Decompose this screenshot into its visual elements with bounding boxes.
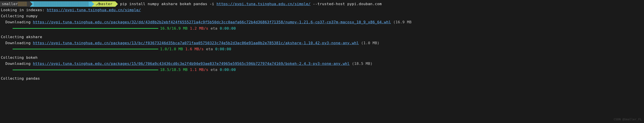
shell-prompt: smaller░░░░ ░░░░░░░░░░░░░░░░░░░░░░░░ ⎇ m… bbox=[0, 1, 644, 7]
index-url-link[interactable]: https://pypi.tuna.tsinghua.edu.cn/simple… bbox=[216, 2, 310, 6]
git-branch-icon: ⎇ bbox=[96, 1, 98, 7]
numpy-size: (16.9 MB bbox=[391, 20, 412, 24]
segment-arrow-icon bbox=[92, 1, 94, 7]
progress-eta: 0:00:00 bbox=[220, 25, 236, 32]
progress-speed: 1.6 MB/s bbox=[186, 46, 204, 52]
progress-eta-label: eta bbox=[210, 25, 218, 32]
progress-eta: 0:00:00 bbox=[215, 46, 232, 52]
watermark: CSDN @Smaller_FL bbox=[614, 117, 642, 122]
progress-eta-label: eta bbox=[206, 46, 213, 52]
progress-speed: 1.2 MB/s bbox=[190, 25, 208, 32]
output-line-download-bokeh: Downloading https://pypi.tuna.tsinghua.e… bbox=[0, 60, 644, 67]
progress-eta: 0:00:00 bbox=[220, 67, 236, 73]
output-line-collect-pandas: Collecting pandas bbox=[0, 76, 644, 82]
command-text: pip install numpy akshare bokeh pandas -… bbox=[120, 2, 216, 6]
prompt-path-segment: ░░░░░░░░░░░░░░░░░░░░░░░░ bbox=[30, 1, 92, 7]
bokeh-url-link[interactable]: https://pypi.tuna.tsinghua.edu.cn/packag… bbox=[33, 62, 350, 66]
prompt-branch-segment: ⎇ master bbox=[92, 1, 115, 7]
output-line-collect-bokeh: Collecting bokeh bbox=[0, 54, 644, 60]
progress-row-numpy: 16.9/16.9 MB 1.2 MB/s eta 0:00:00 bbox=[0, 25, 644, 32]
progress-bar-icon bbox=[12, 70, 158, 70]
output-line-collect-akshare: Collecting akshare bbox=[0, 34, 644, 40]
progress-row-akshare: 1.0/1.0 MB 1.6 MB/s eta 0:00:00 bbox=[0, 46, 644, 52]
output-line-collect-numpy: Collecting numpy bbox=[0, 13, 644, 19]
prompt-user-obscured: ░░░░ bbox=[18, 1, 27, 7]
progress-eta-label: eta bbox=[210, 67, 218, 73]
prompt-path: ░░░░░░░░░░░░░░░░░░░░░░░░ bbox=[34, 1, 89, 7]
prompt-user-segment: smaller░░░░ bbox=[0, 1, 30, 7]
numpy-url-link[interactable]: https://pypi.tuna.tsinghua.edu.cn/packag… bbox=[33, 20, 391, 24]
output-line-lookup: Looking in indexes: https://pypi.tuna.ts… bbox=[0, 7, 644, 13]
akshare-size: (1.0 MB) bbox=[359, 41, 380, 45]
progress-done: 1.0/1.0 MB bbox=[160, 46, 183, 52]
prompt-branch: master bbox=[99, 1, 112, 7]
download-prefix: Downloading bbox=[6, 62, 33, 66]
progress-done: 16.9/16.9 MB bbox=[160, 25, 188, 32]
command-tail: --trusted-host pypi.douban.com bbox=[310, 2, 382, 6]
lookup-prefix: Looking in indexes: bbox=[1, 8, 47, 12]
akshare-url-link[interactable]: https://pypi.tuna.tsinghua.edu.cn/packag… bbox=[33, 41, 359, 45]
bokeh-size: (18.5 MB) bbox=[350, 62, 372, 66]
lookup-url-link[interactable]: https://pypi.tuna.tsinghua.edu.cn/simple… bbox=[47, 8, 141, 12]
progress-speed: 1.1 MB/s bbox=[190, 67, 208, 73]
progress-row-bokeh: 18.5/18.5 MB 1.1 MB/s eta 0:00:00 bbox=[0, 67, 644, 73]
progress-done: 18.5/18.5 MB bbox=[160, 67, 188, 73]
download-prefix: Downloading bbox=[6, 41, 33, 45]
command-input[interactable]: pip install numpy akshare bokeh pandas -… bbox=[115, 1, 382, 7]
segment-arrow-icon bbox=[115, 1, 118, 7]
progress-bar-icon bbox=[12, 28, 158, 29]
output-line-download-numpy: Downloading https://pypi.tuna.tsinghua.e… bbox=[0, 19, 644, 25]
segment-arrow-icon bbox=[30, 1, 32, 7]
download-prefix: Downloading bbox=[6, 20, 33, 24]
prompt-user: smaller bbox=[2, 1, 18, 7]
output-line-download-akshare: Downloading https://pypi.tuna.tsinghua.e… bbox=[0, 40, 644, 46]
progress-bar-icon bbox=[12, 49, 158, 50]
